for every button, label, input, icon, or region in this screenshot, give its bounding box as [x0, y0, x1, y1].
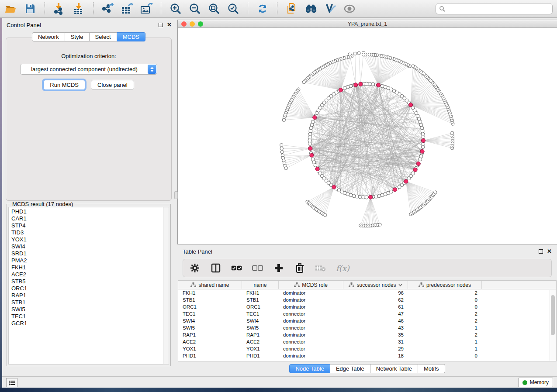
- cell-name: SWI5: [242, 325, 279, 330]
- import-network-button[interactable]: [53, 2, 66, 15]
- cell-mcds_role: connector: [279, 311, 343, 316]
- tab-edge-table[interactable]: Edge Table: [330, 364, 370, 373]
- cell-predecessor_nodes: 2: [408, 311, 482, 316]
- mcds-node-item[interactable]: FKH1: [11, 264, 163, 271]
- save-session-button[interactable]: [24, 2, 37, 15]
- cell-successor_nodes: 62: [343, 297, 408, 303]
- column-header-MCDS-role[interactable]: MCDS role: [279, 281, 343, 289]
- tab-style[interactable]: Style: [65, 32, 90, 41]
- float-panel-icon[interactable]: [159, 23, 163, 27]
- table-row[interactable]: ORC1ORC1dominator610: [178, 303, 556, 310]
- cell-successor_nodes: 18: [343, 353, 408, 358]
- run-mcds-button[interactable]: Run MCDS: [43, 80, 85, 90]
- search-icon: [439, 6, 445, 12]
- table-row[interactable]: FKH1FKH1dominator962: [178, 289, 556, 296]
- check-pair-button[interactable]: [231, 262, 242, 274]
- table-row[interactable]: ACE2ACE2connector311: [178, 338, 556, 345]
- table-row[interactable]: STB1STB1dominator620: [178, 296, 556, 303]
- mcds-node-item[interactable]: YOX1: [11, 236, 163, 243]
- trash-button[interactable]: [294, 262, 305, 274]
- tab-select[interactable]: Select: [90, 32, 117, 41]
- memory-status-icon: [522, 380, 527, 385]
- mcds-list-scrollbar[interactable]: [163, 207, 169, 364]
- mcds-node-item[interactable]: CAR1: [11, 215, 163, 222]
- table-row[interactable]: TEC1TEC1connector472: [178, 310, 556, 317]
- table-scrollbar[interactable]: [550, 290, 556, 361]
- search-box[interactable]: [436, 3, 553, 14]
- optimization-select[interactable]: largest connected component (undirected): [20, 64, 157, 75]
- panel-splitter-handle[interactable]: [174, 191, 178, 199]
- zoom-out-button[interactable]: [188, 2, 201, 15]
- close-panel-button[interactable]: Close panel: [91, 80, 134, 90]
- table-row[interactable]: RAP1RAP1dominator352: [178, 331, 556, 338]
- optimization-value: largest connected component (undirected): [21, 66, 157, 72]
- table-row[interactable]: SWI4SWI4dominator462: [178, 317, 556, 324]
- zoom-in-button[interactable]: [169, 2, 182, 15]
- mcds-node-item[interactable]: ORC1: [11, 285, 163, 292]
- export-image-button[interactable]: [140, 2, 153, 15]
- refresh-button[interactable]: [256, 2, 269, 15]
- close-table-panel-icon[interactable]: ✕: [547, 249, 552, 254]
- mcds-tab-content: Optimization criterion: largest connecte…: [6, 38, 172, 201]
- column-header-name[interactable]: name: [242, 281, 279, 289]
- mcds-node-item[interactable]: PHD1: [11, 208, 163, 215]
- table-tabs: Node TableEdge TableNetwork TableMotifs: [289, 364, 445, 373]
- export-network-button[interactable]: [101, 2, 114, 15]
- network-canvas[interactable]: [178, 28, 557, 244]
- cell-shared_name: SWI5: [178, 325, 242, 330]
- mcds-node-item[interactable]: STP4: [11, 222, 163, 229]
- mcds-node-item[interactable]: TEC1: [11, 313, 163, 320]
- cell-mcds_role: dominator: [279, 297, 343, 303]
- close-panel-icon[interactable]: ✕: [167, 23, 172, 27]
- tab-network-table[interactable]: Network Table: [370, 364, 418, 373]
- mcds-node-item[interactable]: SRD1: [11, 250, 163, 257]
- table-row[interactable]: PHD1PHD1dominator180: [178, 352, 556, 359]
- cell-shared_name: ACE2: [178, 339, 242, 344]
- mcds-node-item[interactable]: RAP1: [11, 292, 163, 299]
- cell-mcds_role: connector: [279, 339, 343, 344]
- mcds-node-item[interactable]: STB1: [11, 299, 163, 306]
- show-hide-details-button[interactable]: [343, 2, 356, 15]
- table-row[interactable]: SWI5SWI5connector431: [178, 324, 556, 331]
- table-panel: Table Panel ✕ f(x) shared namenameMCDS r…: [177, 246, 557, 376]
- mcds-node-item[interactable]: STB5: [11, 278, 163, 285]
- mcds-node-item[interactable]: SWI5: [11, 306, 163, 313]
- mcds-node-item[interactable]: PMA2: [11, 257, 163, 264]
- column-header-shared-name[interactable]: shared name: [178, 281, 242, 289]
- hierarchy-icon: [294, 282, 300, 288]
- import-table-button[interactable]: [72, 2, 85, 15]
- table-row[interactable]: YOX1YOX1connector291: [178, 345, 556, 352]
- network-window-titlebar[interactable]: YPA_prune.txt_1: [178, 20, 557, 28]
- tab-motifs[interactable]: Motifs: [418, 364, 445, 373]
- open-session-button[interactable]: [4, 2, 17, 15]
- mcds-node-item[interactable]: TID3: [11, 229, 163, 236]
- export-table-button[interactable]: [121, 2, 134, 15]
- column-header-predecessor-nodes[interactable]: predecessor nodes: [408, 281, 482, 289]
- tab-node-table[interactable]: Node Table: [289, 364, 330, 373]
- column-label: successor nodes: [356, 282, 396, 288]
- mcds-node-item[interactable]: ACE2: [11, 271, 163, 278]
- mcds-result-group: MCDS result (17 nodes) PHD1CAR1STP4TID3Y…: [7, 204, 171, 366]
- table-delete-button[interactable]: [315, 262, 326, 274]
- tab-mcds[interactable]: MCDS: [117, 32, 145, 41]
- sort-descending-icon[interactable]: [398, 284, 402, 286]
- plus-button[interactable]: [273, 262, 284, 274]
- mcds-node-item[interactable]: SWI4: [11, 243, 163, 250]
- tab-network[interactable]: Network: [32, 32, 65, 41]
- memory-button[interactable]: Memory: [518, 378, 553, 387]
- columns-button[interactable]: [210, 262, 221, 274]
- clone-network-button[interactable]: [285, 2, 298, 15]
- gear-button[interactable]: [189, 262, 201, 274]
- task-history-button[interactable]: [6, 378, 17, 387]
- column-header-successor-nodes[interactable]: successor nodes: [343, 281, 408, 289]
- search-input[interactable]: [447, 6, 549, 12]
- find-button[interactable]: [304, 2, 318, 15]
- zoom-selected-button[interactable]: [227, 2, 240, 15]
- uncheck-pair-button[interactable]: [252, 262, 263, 274]
- mcds-node-item[interactable]: GCR1: [11, 320, 163, 327]
- float-table-panel-icon[interactable]: [539, 249, 543, 254]
- zoom-fit-button[interactable]: [208, 2, 221, 15]
- table-scrollbar-thumb[interactable]: [551, 295, 555, 335]
- mcds-result-list[interactable]: PHD1CAR1STP4TID3YOX1SWI4SRD1PMA2FKH1ACE2…: [8, 207, 163, 364]
- vizmapper-button[interactable]: [324, 2, 337, 15]
